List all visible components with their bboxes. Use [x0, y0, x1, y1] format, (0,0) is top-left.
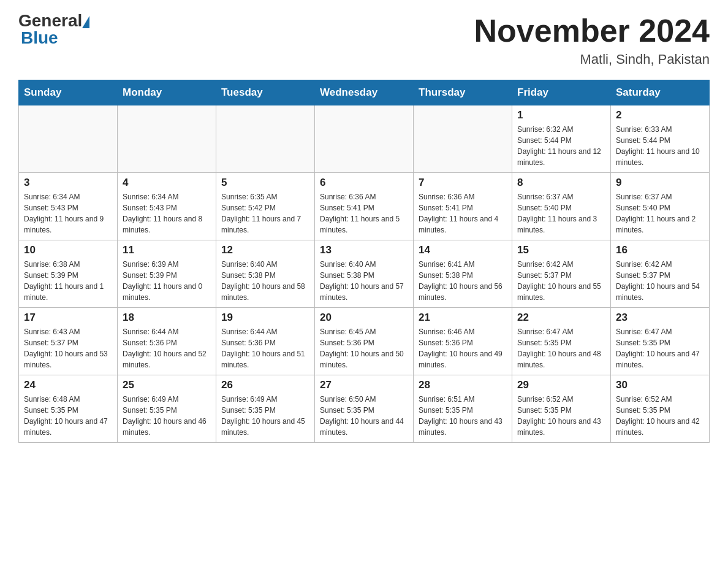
calendar-cell: 21Sunrise: 6:46 AMSunset: 5:36 PMDayligh…: [414, 308, 512, 375]
day-number: 25: [123, 379, 211, 391]
calendar-cell: 3Sunrise: 6:34 AMSunset: 5:43 PMDaylight…: [19, 173, 118, 240]
calendar-cell: 19Sunrise: 6:44 AMSunset: 5:36 PMDayligh…: [216, 308, 315, 375]
day-number: 16: [616, 244, 704, 256]
calendar-cell: 11Sunrise: 6:39 AMSunset: 5:39 PMDayligh…: [118, 240, 216, 308]
day-info: Sunrise: 6:45 AMSunset: 5:36 PMDaylight:…: [320, 326, 408, 370]
header-monday: Monday: [118, 80, 216, 105]
day-info: Sunrise: 6:32 AMSunset: 5:44 PMDaylight:…: [517, 124, 605, 168]
day-number: 2: [616, 109, 704, 121]
calendar-cell: 22Sunrise: 6:47 AMSunset: 5:35 PMDayligh…: [512, 308, 611, 375]
day-info: Sunrise: 6:48 AMSunset: 5:35 PMDaylight:…: [24, 394, 112, 438]
calendar-cell: 17Sunrise: 6:43 AMSunset: 5:37 PMDayligh…: [19, 308, 118, 375]
day-info: Sunrise: 6:47 AMSunset: 5:35 PMDaylight:…: [616, 326, 704, 370]
day-info: Sunrise: 6:44 AMSunset: 5:36 PMDaylight:…: [123, 326, 211, 370]
logo-triangle-icon: [82, 16, 89, 28]
logo: General Blue: [18, 12, 89, 47]
day-number: 30: [616, 379, 704, 391]
calendar-cell: 26Sunrise: 6:49 AMSunset: 5:35 PMDayligh…: [216, 375, 315, 443]
day-number: 7: [419, 177, 507, 189]
calendar-table: SundayMondayTuesdayWednesdayThursdayFrid…: [18, 80, 710, 443]
month-title: November 2024: [474, 12, 710, 49]
header-friday: Friday: [512, 80, 611, 105]
calendar-cell: 1Sunrise: 6:32 AMSunset: 5:44 PMDaylight…: [512, 105, 611, 173]
day-info: Sunrise: 6:42 AMSunset: 5:37 PMDaylight:…: [616, 259, 704, 303]
calendar-cell: [118, 105, 216, 173]
calendar-cell: 4Sunrise: 6:34 AMSunset: 5:43 PMDaylight…: [118, 173, 216, 240]
calendar-cell: 7Sunrise: 6:36 AMSunset: 5:41 PMDaylight…: [414, 173, 512, 240]
day-info: Sunrise: 6:35 AMSunset: 5:42 PMDaylight:…: [221, 191, 309, 236]
day-info: Sunrise: 6:36 AMSunset: 5:41 PMDaylight:…: [320, 191, 408, 236]
calendar-header-row: SundayMondayTuesdayWednesdayThursdayFrid…: [19, 80, 710, 105]
calendar-cell: [315, 105, 414, 173]
title-area: November 2024 Matli, Sindh, Pakistan: [474, 12, 710, 67]
day-info: Sunrise: 6:46 AMSunset: 5:36 PMDaylight:…: [419, 326, 507, 370]
calendar-cell: [216, 105, 315, 173]
day-number: 9: [616, 177, 704, 189]
day-info: Sunrise: 6:44 AMSunset: 5:36 PMDaylight:…: [221, 326, 309, 370]
day-info: Sunrise: 6:50 AMSunset: 5:35 PMDaylight:…: [320, 394, 408, 438]
logo-blue-text: Blue: [21, 29, 89, 47]
calendar-cell: 9Sunrise: 6:37 AMSunset: 5:40 PMDaylight…: [611, 173, 710, 240]
day-number: 11: [123, 244, 211, 256]
day-info: Sunrise: 6:41 AMSunset: 5:38 PMDaylight:…: [419, 259, 507, 303]
day-number: 12: [221, 244, 309, 256]
calendar-cell: 28Sunrise: 6:51 AMSunset: 5:35 PMDayligh…: [414, 375, 512, 443]
calendar-cell: 5Sunrise: 6:35 AMSunset: 5:42 PMDaylight…: [216, 173, 315, 240]
day-number: 1: [517, 109, 605, 121]
day-number: 10: [24, 244, 112, 256]
header-thursday: Thursday: [414, 80, 512, 105]
calendar-cell: 8Sunrise: 6:37 AMSunset: 5:40 PMDaylight…: [512, 173, 611, 240]
calendar-cell: 6Sunrise: 6:36 AMSunset: 5:41 PMDaylight…: [315, 173, 414, 240]
day-info: Sunrise: 6:42 AMSunset: 5:37 PMDaylight:…: [517, 259, 605, 303]
header-tuesday: Tuesday: [216, 80, 315, 105]
week-row-2: 3Sunrise: 6:34 AMSunset: 5:43 PMDaylight…: [19, 173, 710, 240]
day-number: 6: [320, 177, 408, 189]
day-number: 17: [24, 312, 112, 324]
logo-general: General: [18, 12, 82, 29]
day-info: Sunrise: 6:43 AMSunset: 5:37 PMDaylight:…: [24, 326, 112, 370]
calendar-cell: [19, 105, 118, 173]
day-info: Sunrise: 6:51 AMSunset: 5:35 PMDaylight:…: [419, 394, 507, 438]
day-info: Sunrise: 6:34 AMSunset: 5:43 PMDaylight:…: [24, 191, 112, 236]
calendar-cell: 13Sunrise: 6:40 AMSunset: 5:38 PMDayligh…: [315, 240, 414, 308]
day-info: Sunrise: 6:52 AMSunset: 5:35 PMDaylight:…: [517, 394, 605, 438]
day-info: Sunrise: 6:52 AMSunset: 5:35 PMDaylight:…: [616, 394, 704, 438]
calendar-cell: 25Sunrise: 6:49 AMSunset: 5:35 PMDayligh…: [118, 375, 216, 443]
calendar-cell: 30Sunrise: 6:52 AMSunset: 5:35 PMDayligh…: [611, 375, 710, 443]
header-wednesday: Wednesday: [315, 80, 414, 105]
day-number: 29: [517, 379, 605, 391]
day-number: 28: [419, 379, 507, 391]
calendar-cell: 12Sunrise: 6:40 AMSunset: 5:38 PMDayligh…: [216, 240, 315, 308]
calendar-cell: 23Sunrise: 6:47 AMSunset: 5:35 PMDayligh…: [611, 308, 710, 375]
week-row-5: 24Sunrise: 6:48 AMSunset: 5:35 PMDayligh…: [19, 375, 710, 443]
day-info: Sunrise: 6:40 AMSunset: 5:38 PMDaylight:…: [221, 259, 309, 303]
day-number: 22: [517, 312, 605, 324]
day-info: Sunrise: 6:33 AMSunset: 5:44 PMDaylight:…: [616, 124, 704, 168]
day-info: Sunrise: 6:40 AMSunset: 5:38 PMDaylight:…: [320, 259, 408, 303]
day-info: Sunrise: 6:36 AMSunset: 5:41 PMDaylight:…: [419, 191, 507, 236]
day-number: 4: [123, 177, 211, 189]
day-number: 19: [221, 312, 309, 324]
header-sunday: Sunday: [19, 80, 118, 105]
day-number: 26: [221, 379, 309, 391]
day-number: 5: [221, 177, 309, 189]
day-info: Sunrise: 6:37 AMSunset: 5:40 PMDaylight:…: [517, 191, 605, 236]
week-row-3: 10Sunrise: 6:38 AMSunset: 5:39 PMDayligh…: [19, 240, 710, 308]
day-number: 8: [517, 177, 605, 189]
logo-text-area: General Blue: [18, 12, 89, 47]
day-info: Sunrise: 6:39 AMSunset: 5:39 PMDaylight:…: [123, 259, 211, 303]
calendar-cell: 20Sunrise: 6:45 AMSunset: 5:36 PMDayligh…: [315, 308, 414, 375]
page-header: General Blue November 2024 Matli, Sindh,…: [18, 12, 710, 67]
calendar-cell: [414, 105, 512, 173]
day-info: Sunrise: 6:47 AMSunset: 5:35 PMDaylight:…: [517, 326, 605, 370]
calendar-cell: 29Sunrise: 6:52 AMSunset: 5:35 PMDayligh…: [512, 375, 611, 443]
day-number: 14: [419, 244, 507, 256]
header-saturday: Saturday: [611, 80, 710, 105]
calendar-cell: 24Sunrise: 6:48 AMSunset: 5:35 PMDayligh…: [19, 375, 118, 443]
day-number: 13: [320, 244, 408, 256]
calendar-cell: 14Sunrise: 6:41 AMSunset: 5:38 PMDayligh…: [414, 240, 512, 308]
day-number: 23: [616, 312, 704, 324]
day-number: 21: [419, 312, 507, 324]
day-number: 15: [517, 244, 605, 256]
day-info: Sunrise: 6:49 AMSunset: 5:35 PMDaylight:…: [221, 394, 309, 438]
